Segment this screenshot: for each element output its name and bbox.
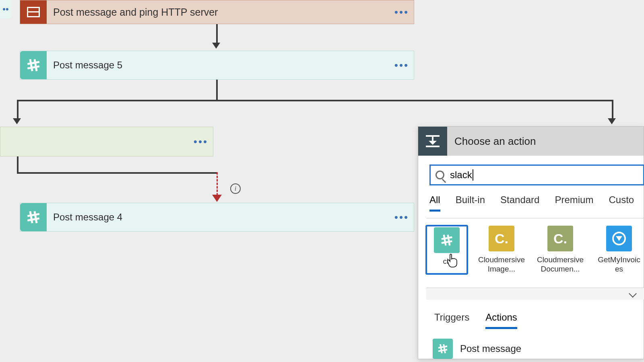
connector-label: ck <box>426 257 467 266</box>
tab-standard[interactable]: Standard <box>500 194 539 212</box>
flow-step-post-message-5[interactable]: Post message 5 ••• <box>20 51 414 80</box>
arrow-down-icon <box>212 43 220 49</box>
tab-triggers[interactable]: Triggers <box>434 312 469 329</box>
connector-cloudmersive-image[interactable]: C. Cloudmersive Image... <box>477 226 526 274</box>
connector-cloudmersive-document[interactable]: C. Cloudmersive Documen... <box>536 226 585 274</box>
connector-line <box>17 156 19 173</box>
slack-icon <box>434 227 460 253</box>
connector-line <box>17 172 217 174</box>
slack-icon <box>20 203 47 231</box>
action-search-input[interactable]: slack <box>429 165 644 185</box>
action-result-label: Post message <box>460 343 521 354</box>
text-caret <box>473 169 473 181</box>
tab-all[interactable]: All <box>429 194 440 212</box>
action-insert-icon <box>418 127 447 156</box>
connector-line <box>17 100 613 101</box>
flow-step-title: Post message 5 <box>47 60 390 71</box>
search-icon <box>436 171 444 179</box>
category-tabs: All Built-in Standard Premium Custo <box>418 185 644 212</box>
slack-icon <box>20 51 47 79</box>
cloudmersive-icon: C. <box>547 226 573 251</box>
arrow-down-error-icon <box>212 195 222 202</box>
container-icon <box>20 0 47 24</box>
flow-canvas: Post message and ping HTTP server ••• Po… <box>0 0 644 362</box>
expand-connectors-button[interactable] <box>426 288 644 300</box>
tab-custom[interactable]: Custo <box>609 194 634 212</box>
flow-step-title: Post message 4 <box>47 212 390 223</box>
connector-label: Cloudmersive Image... <box>477 255 526 274</box>
connector-label: Cloudmersive Documen... <box>536 255 585 274</box>
tab-premium[interactable]: Premium <box>555 194 593 212</box>
connector-line <box>216 24 218 43</box>
arrow-down-icon <box>13 118 21 124</box>
tab-built-in[interactable]: Built-in <box>456 194 485 212</box>
slack-icon <box>433 339 453 359</box>
download-icon <box>606 226 632 251</box>
connector-grid: ck C. Cloudmersive Image... C. Cloudmers… <box>426 218 644 288</box>
connector-line <box>17 100 19 119</box>
cloudmersive-icon: C. <box>489 226 514 251</box>
choose-action-panel: Choose an action slack All Built-in Stan… <box>418 126 644 359</box>
connector-getmyinvoices[interactable]: GetMyInvoic es <box>594 226 644 274</box>
flow-step-stub[interactable]: •• <box>0 0 11 19</box>
more-menu-button[interactable]: ••• <box>390 203 414 231</box>
more-menu-button[interactable]: ••• <box>189 127 213 156</box>
more-menu-button[interactable]: ••• <box>390 0 414 24</box>
more-menu-button[interactable]: ••• <box>390 51 414 79</box>
trigger-action-tabs: Triggers Actions <box>418 300 644 329</box>
panel-header: Choose an action <box>418 127 644 156</box>
panel-title: Choose an action <box>447 135 536 148</box>
flow-step-title: Post message and ping HTTP server <box>47 6 390 18</box>
info-icon[interactable]: i <box>230 183 241 194</box>
connector-line <box>612 100 613 119</box>
search-value: slack <box>450 169 472 181</box>
connector-slack[interactable]: ck <box>426 226 467 274</box>
flow-step-scope[interactable]: Post message and ping HTTP server ••• <box>20 0 414 24</box>
flow-step-branch[interactable]: ••• <box>0 127 213 156</box>
tab-actions[interactable]: Actions <box>485 312 517 329</box>
connector-label: GetMyInvoic es <box>594 255 644 274</box>
flow-step-post-message-4[interactable]: Post message 4 ••• <box>20 203 414 232</box>
arrow-down-icon <box>608 118 616 124</box>
chevron-down-icon <box>629 290 637 298</box>
action-result-post-message[interactable]: Post message <box>418 329 644 359</box>
connector-dashed <box>217 172 218 195</box>
connector-line <box>216 80 218 100</box>
